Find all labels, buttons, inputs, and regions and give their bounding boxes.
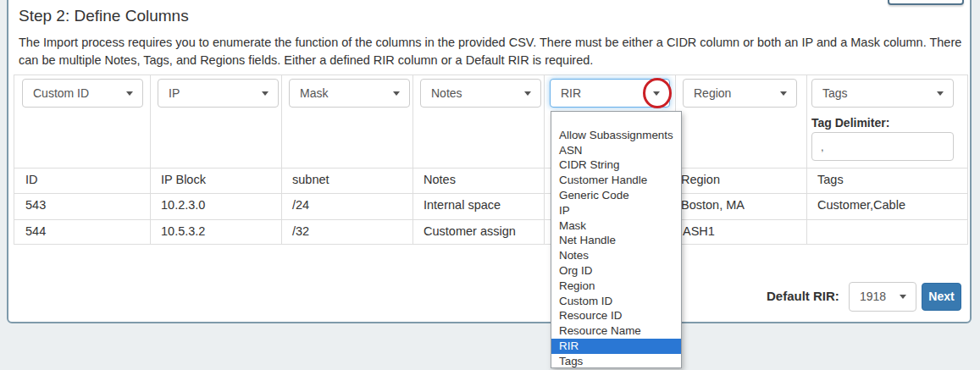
column-select-6[interactable]: Region <box>683 79 797 108</box>
table-row-1-id: 543 <box>25 198 46 212</box>
dropdown-option[interactable]: Notes <box>551 248 681 263</box>
tag-delimiter-input[interactable] <box>811 132 954 161</box>
table-row-1-notes: Internal space <box>424 198 501 212</box>
dropdown-option[interactable]: Resource ID <box>551 308 681 323</box>
dropdown-option-blank[interactable] <box>551 113 681 128</box>
dropdown-option[interactable]: Org ID <box>551 263 681 279</box>
dropdown-option[interactable]: IP <box>551 203 681 218</box>
rir-dropdown-menu: Allow Subassignments ASN CIDR String Cus… <box>551 111 682 368</box>
chevron-down-icon <box>780 91 787 96</box>
table-row-2-ip: 10.5.3.2 <box>161 224 205 238</box>
col-header-tags: Tags <box>817 173 844 186</box>
table-row-2-mask: /32 <box>292 224 309 238</box>
column-select-2-value: IP <box>169 86 180 100</box>
column-select-4[interactable]: Notes <box>420 79 541 108</box>
dropdown-option[interactable]: Resource Name <box>551 323 681 339</box>
dropdown-option[interactable]: Tags <box>551 354 681 368</box>
table-row-1-ip: 10.2.3.0 <box>161 198 205 212</box>
col-header-id: ID <box>25 173 38 186</box>
table-row-2-notes: Customer assign <box>424 224 516 238</box>
col-header-region: Region <box>681 173 720 186</box>
column-select-7[interactable]: Tags <box>811 79 954 108</box>
column-select-5-value: RIR <box>561 86 581 100</box>
tag-delimiter-label: Tag Delimiter: <box>811 116 889 130</box>
cutoff-top-button[interactable] <box>888 0 964 5</box>
chevron-down-icon <box>653 91 660 96</box>
chevron-down-icon <box>393 91 400 96</box>
column-select-7-value: Tags <box>822 86 848 100</box>
default-rir-value: 1918 <box>860 290 886 303</box>
col-header-ipblock: IP Block <box>161 173 206 186</box>
dropdown-option[interactable]: Generic Code <box>551 188 681 203</box>
default-rir-select[interactable]: 1918 <box>849 282 916 312</box>
dropdown-option[interactable]: Custom ID <box>551 294 681 309</box>
chevron-down-icon <box>262 91 269 96</box>
page: Step 2: Define Columns The Import proces… <box>0 0 980 370</box>
column-select-3[interactable]: Mask <box>289 79 410 108</box>
column-select-4-value: Notes <box>431 86 462 100</box>
column-select-1[interactable]: Custom ID <box>22 79 143 108</box>
instructions-text: The Import process requires you to enume… <box>19 34 964 69</box>
table-divider <box>14 193 967 194</box>
col-header-subnet: subnet <box>292 173 329 186</box>
dropdown-option[interactable]: Region <box>551 279 681 294</box>
column-select-3-value: Mask <box>300 86 328 100</box>
dropdown-option[interactable]: CIDR String <box>551 157 681 173</box>
column-select-6-value: Region <box>694 86 731 100</box>
dropdown-option-selected[interactable]: RIR <box>551 339 681 354</box>
dropdown-option[interactable]: ASN <box>551 143 681 158</box>
dropdown-option[interactable]: Mask <box>551 218 681 234</box>
column-select-5-rir[interactable]: RIR <box>550 79 670 108</box>
table-row-2-region: ASH1 <box>683 224 715 238</box>
dropdown-option[interactable]: Net Handle <box>551 233 681 248</box>
column-select-2[interactable]: IP <box>158 79 279 108</box>
table-divider <box>14 168 967 168</box>
table-row-1-tags: Customer,Cable <box>817 198 905 212</box>
next-button[interactable]: Next <box>922 283 961 311</box>
chevron-down-icon <box>524 91 531 96</box>
chevron-down-icon <box>126 91 133 96</box>
page-title: Step 2: Define Columns <box>19 7 189 25</box>
table-row-2-id: 544 <box>25 224 46 238</box>
chevron-down-icon <box>900 295 906 299</box>
column-select-1-value: Custom ID <box>33 86 89 100</box>
chevron-down-icon <box>937 91 944 96</box>
table-divider <box>14 219 967 220</box>
dropdown-option[interactable]: Customer Handle <box>551 173 681 188</box>
col-header-notes: Notes <box>424 173 456 186</box>
default-rir-label: Default RIR: <box>767 289 839 303</box>
dropdown-option[interactable]: Allow Subassignments <box>551 128 681 143</box>
table-row-1-region: Boston, MA <box>681 198 745 212</box>
table-row-1-mask: /24 <box>292 198 309 212</box>
